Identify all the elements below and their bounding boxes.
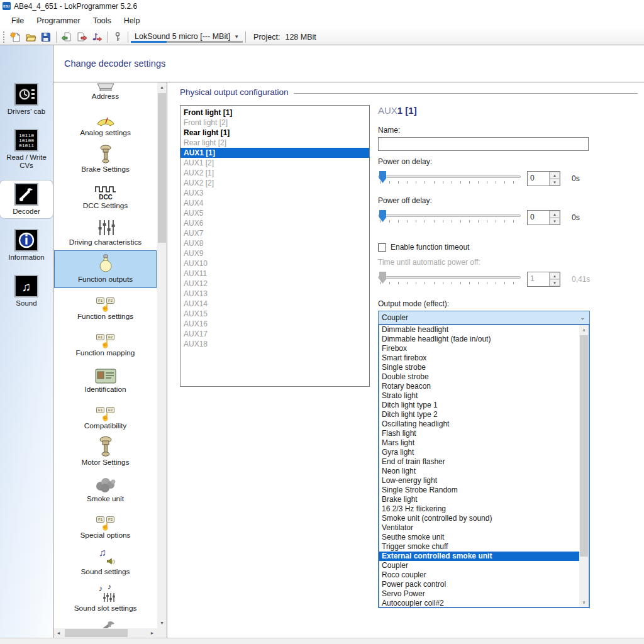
settings-nav-dcc-settings[interactable]: DCC DCC Settings — [54, 177, 157, 214]
output-list-item[interactable]: AUX13 — [180, 289, 369, 299]
sound-export-button[interactable] — [89, 30, 104, 44]
spin-down-icon[interactable]: ▼ — [550, 179, 560, 186]
toolbar-grip[interactable] — [3, 31, 6, 43]
output-list-item[interactable]: Rear light [2] — [180, 138, 369, 148]
settings-nav-sound-settings[interactable]: ♫ Sound settings — [54, 543, 157, 580]
scroll-down-icon[interactable]: ▼ — [157, 618, 167, 628]
output-list-item[interactable]: AUX11 — [180, 269, 369, 279]
output-list-item[interactable]: AUX2 [2] — [180, 178, 369, 188]
power-off-delay-slider[interactable] — [378, 210, 521, 223]
effect-option[interactable]: Smart firebox — [379, 353, 579, 363]
effect-option[interactable]: Oscillating headlight — [379, 419, 579, 429]
effect-option[interactable]: Autocoupler coil#2 — [379, 599, 579, 608]
output-mode-combobox[interactable]: Coupler ⌄ — [378, 311, 590, 325]
effect-option[interactable]: External controlled smoke unit — [379, 552, 579, 561]
effect-option[interactable]: End of train flasher — [379, 457, 579, 467]
menu-tools[interactable]: Tools — [87, 14, 118, 28]
output-list-item[interactable]: AUX6 — [180, 218, 369, 228]
import-button[interactable] — [59, 30, 74, 44]
open-file-button[interactable] — [23, 30, 38, 44]
programmer-key-button[interactable] — [110, 30, 125, 44]
save-button[interactable] — [38, 30, 53, 44]
menu-programmer[interactable]: Programmer — [30, 14, 86, 28]
settings-nav-function-settings[interactable]: F1F2☝ Function settings — [54, 288, 157, 325]
output-list-item[interactable]: AUX7 — [180, 228, 369, 238]
output-list[interactable]: Front light [1] Front light [2] Rear lig… — [180, 105, 370, 387]
settings-nav-address[interactable]: Address — [54, 82, 157, 104]
effect-option[interactable]: Strato light — [379, 391, 579, 401]
effect-option[interactable]: Servo Power — [379, 589, 579, 599]
menu-help[interactable]: Help — [118, 14, 147, 28]
power-off-delay-spinner[interactable]: 0 ▲▼ — [527, 210, 560, 225]
settings-nav-driving-characteristics[interactable]: Driving characteristics — [54, 214, 157, 250]
settings-nav-analog-settings[interactable]: Analog settings — [54, 104, 157, 141]
settings-nav-motor-settings[interactable]: Motor Settings — [54, 434, 157, 470]
effect-option[interactable]: Ditch light type 1 — [379, 401, 579, 410]
output-list-item[interactable]: AUX5 — [180, 208, 369, 218]
effect-option[interactable]: Firebox — [379, 344, 579, 353]
scroll-right-icon[interactable]: ► — [147, 628, 157, 638]
scroll-up-icon[interactable]: ∧ — [579, 325, 589, 335]
settings-nav-smoke-unit[interactable]: Smoke unit — [54, 470, 157, 507]
effect-option[interactable]: Ventilator — [379, 523, 579, 533]
settings-nav-identification[interactable]: Identification — [54, 361, 157, 397]
spin-down-icon[interactable]: ▼ — [550, 218, 560, 225]
power-on-delay-slider[interactable] — [378, 171, 521, 184]
output-list-item[interactable]: AUX4 — [180, 198, 369, 208]
settings-nav-function-mapping[interactable]: F1F2☝ Function mapping — [54, 325, 157, 361]
dropdown-scrollbar[interactable]: ∧ ∨ — [579, 325, 589, 607]
output-list-item[interactable]: AUX12 — [180, 279, 369, 289]
effect-option[interactable]: Trigger smoke chuff — [379, 542, 579, 552]
output-list-item[interactable]: AUX17 — [180, 329, 369, 339]
nav-sound[interactable]: ♫ Sound — [0, 272, 53, 310]
output-list-item[interactable]: Rear light [1] — [180, 128, 369, 138]
output-list-item[interactable]: AUX16 — [180, 319, 369, 329]
effect-option[interactable]: Dimmable headlight — [379, 325, 579, 335]
effect-option[interactable]: Power pack control — [379, 580, 579, 589]
scrollbar-thumb[interactable] — [65, 629, 128, 637]
effect-option[interactable]: Double strobe — [379, 372, 579, 382]
nav-read-write-cvs[interactable]: 10110 10100 01011 Read / Write CVs — [0, 126, 53, 172]
output-list-item[interactable]: AUX1 [1] — [180, 148, 369, 158]
scroll-left-icon[interactable]: ◄ — [53, 628, 64, 638]
scrollbar-thumb[interactable] — [580, 335, 588, 557]
effect-option[interactable]: Smoke unit (controlled by sound) — [379, 514, 579, 523]
effect-option[interactable]: Neon light — [379, 467, 579, 476]
effect-option[interactable]: Gyra light — [379, 448, 579, 457]
output-list-item[interactable]: Front light [1] — [180, 108, 369, 118]
settings-nav-special-options[interactable]: F1F2☝ Special options — [54, 507, 157, 543]
nav-decoder[interactable]: Decoder — [0, 180, 53, 218]
scrollbar-thumb[interactable] — [158, 93, 166, 243]
settings-nav-function-outputs[interactable]: Function outputs — [54, 250, 157, 288]
effect-option[interactable]: Seuthe smoke unit — [379, 533, 579, 542]
settings-nav-horizontal-scrollbar[interactable]: ◄ ► — [53, 628, 157, 638]
enable-function-timeout-checkbox[interactable] — [378, 243, 386, 252]
effect-option[interactable]: Low-energy light — [379, 476, 579, 486]
new-file-button[interactable] — [8, 30, 23, 44]
scroll-down-icon[interactable]: ∨ — [579, 597, 589, 607]
effect-option[interactable]: Single Strobe Random — [379, 486, 579, 495]
output-list-item[interactable]: AUX9 — [180, 248, 369, 258]
device-selector[interactable]: LokSound 5 micro [--- MBit] ▼ — [131, 31, 243, 43]
output-list-item[interactable]: AUX3 — [180, 188, 369, 198]
export-button[interactable] — [74, 30, 89, 44]
effect-option[interactable]: Roco coupler — [379, 570, 579, 580]
effect-option[interactable]: Coupler — [379, 561, 579, 570]
name-input[interactable] — [378, 137, 589, 151]
effect-option[interactable]: 16 2/3 Hz flickering — [379, 504, 579, 514]
settings-nav-sound-slot-settings[interactable]: ♪ ♪ Sound slot settings — [54, 580, 157, 616]
nav-drivers-cab[interactable]: Drivers' cab — [0, 80, 53, 118]
effect-option[interactable]: Rotary beacon — [379, 382, 579, 391]
effect-option[interactable]: Brake light — [379, 495, 579, 504]
effect-option[interactable]: Single strobe — [379, 363, 579, 372]
output-list-item[interactable]: AUX8 — [180, 238, 369, 248]
output-list-item[interactable]: AUX14 — [180, 299, 369, 309]
effect-option[interactable]: Mars light — [379, 438, 579, 448]
settings-nav-manual-cv-input[interactable]: 11010 01110 Manual CV input — [54, 616, 157, 628]
menu-file[interactable]: File — [5, 14, 30, 28]
effect-option[interactable]: Flash light — [379, 429, 579, 438]
settings-nav-compatibility[interactable]: F1F2☝ Compatibility — [54, 397, 157, 434]
power-on-delay-spinner[interactable]: 0 ▲▼ — [527, 171, 560, 186]
spin-up-icon[interactable]: ▲ — [550, 172, 560, 179]
output-list-item[interactable]: AUX2 [1] — [180, 168, 369, 178]
